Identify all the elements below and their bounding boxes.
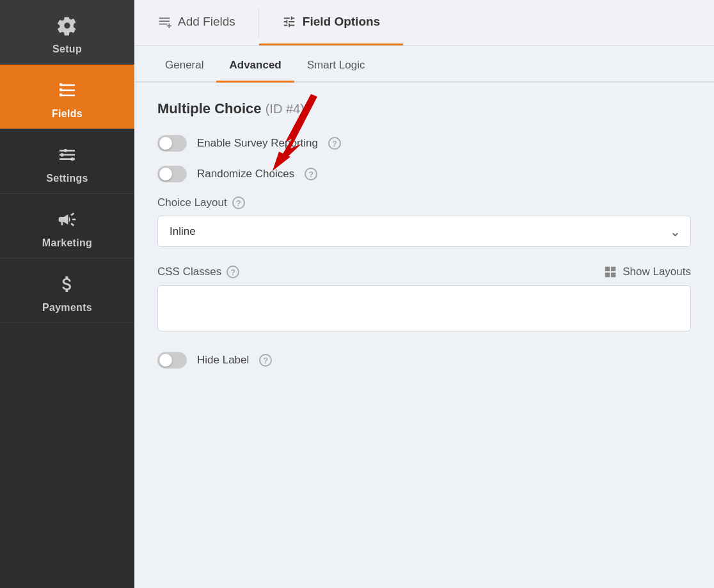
add-fields-icon	[157, 15, 171, 29]
css-classes-help-icon[interactable]: ?	[226, 266, 239, 278]
sidebar-item-settings[interactable]: Settings	[0, 129, 134, 194]
megaphone-icon	[53, 205, 81, 234]
randomize-choices-toggle[interactable]	[157, 166, 187, 182]
svg-point-3	[60, 153, 63, 156]
choice-layout-dropdown-wrap: Inline Two Columns Three Columns ⌄	[157, 216, 691, 247]
show-layouts-button[interactable]: Show Layouts	[603, 265, 691, 279]
sidebar-label-payments: Payments	[42, 302, 92, 314]
tab-add-fields[interactable]: Add Fields	[134, 0, 258, 45]
choice-layout-label: Choice Layout ?	[157, 196, 691, 209]
randomize-choices-row: Randomize Choices ?	[157, 166, 691, 182]
survey-reporting-row: Enable Survey Reporting ?	[157, 135, 691, 152]
sidebar-label-settings: Settings	[46, 173, 88, 184]
hide-label-label: Hide Label	[197, 354, 249, 367]
field-content: Multiple Choice (ID #4) Enable Survey Re…	[134, 83, 714, 401]
subtab-smart-logic[interactable]: Smart Logic	[294, 49, 378, 83]
css-classes-header: CSS Classes ? Show Layouts	[157, 265, 691, 279]
survey-reporting-toggle[interactable]	[157, 135, 187, 152]
sidebar-label-setup: Setup	[52, 44, 82, 55]
fields-sidebar-icon	[53, 76, 81, 104]
content-area: General Advanced Smart Logic	[134, 46, 714, 588]
add-fields-label: Add Fields	[178, 15, 235, 29]
main-panel: Add Fields Field Options General Advance…	[134, 0, 714, 588]
sidebar-label-marketing: Marketing	[42, 237, 92, 249]
hide-label-help-icon[interactable]: ?	[259, 354, 272, 367]
field-options-icon	[282, 15, 296, 29]
top-bar: Add Fields Field Options	[134, 0, 714, 46]
sidebar-label-fields: Fields	[52, 108, 83, 120]
css-classes-left: CSS Classes ?	[157, 266, 239, 278]
choice-layout-dropdown[interactable]: Inline Two Columns Three Columns	[157, 216, 691, 247]
field-id: (ID #4)	[266, 102, 305, 116]
randomize-choices-label: Randomize Choices	[197, 168, 294, 180]
css-classes-input[interactable]	[157, 285, 691, 331]
hide-label-toggle[interactable]	[157, 352, 187, 369]
sidebar-item-fields[interactable]: Fields	[0, 65, 134, 129]
survey-reporting-label: Enable Survey Reporting	[197, 137, 318, 150]
hide-label-row: Hide Label ?	[157, 352, 691, 369]
settings-icon	[53, 141, 81, 169]
subtab-advanced[interactable]: Advanced	[216, 49, 294, 83]
randomize-choices-help-icon[interactable]: ?	[305, 168, 317, 180]
subtab-general[interactable]: General	[152, 49, 216, 83]
sidebar: Setup Fields Settings	[0, 0, 134, 588]
gear-icon	[53, 12, 81, 40]
choice-layout-help-icon[interactable]: ?	[232, 196, 245, 209]
css-classes-label: CSS Classes	[157, 266, 221, 278]
show-layouts-icon	[603, 265, 617, 279]
svg-rect-2	[60, 93, 62, 96]
svg-rect-0	[60, 83, 62, 86]
show-layouts-label: Show Layouts	[623, 266, 691, 278]
survey-reporting-help-icon[interactable]: ?	[328, 137, 341, 150]
tab-field-options[interactable]: Field Options	[259, 0, 403, 45]
sidebar-item-setup[interactable]: Setup	[0, 0, 134, 65]
sub-tabs: General Advanced Smart Logic	[134, 49, 714, 83]
dollar-icon	[53, 270, 81, 298]
svg-point-4	[70, 157, 74, 161]
svg-point-5	[64, 149, 67, 152]
field-title: Multiple Choice (ID #4)	[157, 100, 691, 117]
sidebar-item-marketing[interactable]: Marketing	[0, 194, 134, 258]
svg-rect-1	[60, 88, 62, 91]
sidebar-item-payments[interactable]: Payments	[0, 258, 134, 323]
field-options-label: Field Options	[303, 15, 380, 29]
content-inner: General Advanced Smart Logic	[134, 49, 714, 401]
